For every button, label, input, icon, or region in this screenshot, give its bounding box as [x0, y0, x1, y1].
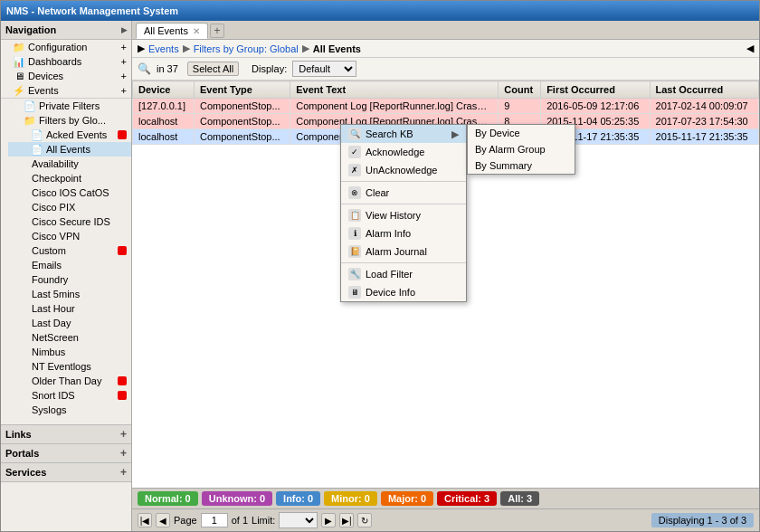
submenu-by-summary[interactable]: By Summary	[468, 157, 575, 174]
context-menu-view-history[interactable]: 📋 View History	[341, 206, 466, 224]
context-menu-alarm-info[interactable]: ℹ Alarm Info	[341, 224, 466, 242]
display-select[interactable]: Default Compact Detailed	[292, 61, 356, 77]
syslogs-label: Syslogs	[32, 404, 67, 415]
breadcrumb-collapse-icon[interactable]: ◀	[746, 43, 754, 54]
by-alarm-group-label: By Alarm Group	[475, 144, 546, 155]
older-than-day-badge	[118, 376, 127, 385]
first-page-button[interactable]: |◀	[138, 513, 152, 527]
sidebar-services-header[interactable]: Services +	[1, 463, 131, 482]
refresh-button[interactable]: ↻	[357, 513, 372, 527]
context-menu-acknowledge[interactable]: ✓ Acknowledge	[341, 143, 466, 161]
pill-unknown: Unknown: 0	[202, 491, 272, 506]
submenu-by-alarm-group[interactable]: By Alarm Group	[468, 141, 575, 157]
sidebar-bottom-area: Links + Portals + Services +	[1, 424, 131, 482]
col-first-occurred: First Occurred	[541, 81, 650, 99]
sidebar-item-private-filters[interactable]: 📄 Private Filters	[8, 99, 131, 113]
sidebar-item-netscreen[interactable]: NetScreen	[8, 330, 131, 345]
last-page-button[interactable]: ▶|	[339, 513, 354, 527]
submenu-by-device[interactable]: By Device	[468, 125, 575, 141]
links-add-icon[interactable]: +	[120, 428, 127, 441]
context-menu-search-kb[interactable]: 🔍 Search KB ▶	[341, 125, 466, 143]
sidebar-item-cisco-ios[interactable]: Cisco IOS CatOS	[8, 185, 131, 200]
dashboards-add-icon[interactable]: +	[121, 56, 127, 67]
all-events-label: All Events	[46, 144, 90, 155]
sidebar-item-availability[interactable]: Availability	[8, 157, 131, 171]
context-menu-device-info[interactable]: 🖥 Device Info	[341, 283, 466, 301]
tab-bar: All Events ✕ +	[132, 21, 759, 40]
limit-select[interactable]: 25 50 100	[279, 512, 318, 528]
pill-normal: Normal: 0	[138, 491, 198, 506]
sidebar-item-cisco-secure-ids[interactable]: Cisco Secure IDS	[8, 214, 131, 229]
breadcrumb-events[interactable]: Events	[148, 43, 179, 54]
filters-by-group-icon: 📁	[24, 115, 35, 126]
sidebar-item-filters-by-group[interactable]: 📁 Filters by Glo...	[8, 113, 131, 128]
breadcrumb-bar: ▶ Events ▶ Filters by Group: Global ▶ Al…	[132, 40, 759, 58]
table-row[interactable]: [127.0.0.1] ComponentStop... Component L…	[133, 99, 759, 114]
sidebar-item-configuration[interactable]: 📁 Configuration +	[1, 40, 131, 54]
sidebar-item-cisco-vpn[interactable]: Cisco VPN	[8, 229, 131, 243]
cell-count: 9	[499, 99, 541, 114]
sidebar-item-custom[interactable]: Custom	[8, 243, 131, 258]
sidebar-item-checkpoint[interactable]: Checkpoint	[8, 171, 131, 185]
devices-add-icon[interactable]: +	[121, 71, 127, 81]
context-menu-clear[interactable]: ⊗ Clear	[341, 184, 466, 202]
cell-last-occurred: 2017-02-14 00:09:07	[650, 99, 758, 114]
event-count: in 37	[157, 63, 178, 74]
context-menu: 🔍 Search KB ▶ ✓ Acknowledge ✗ UnAcknowle…	[340, 124, 467, 302]
breadcrumb-filters-by-group[interactable]: Filters by Group: Global	[194, 43, 299, 54]
events-add-icon[interactable]: +	[121, 85, 127, 96]
page-controls: |◀ ◀ Page of 1 Limit: 25 50 100 ▶ ▶| ↻	[138, 512, 372, 528]
sidebar-item-cisco-pix[interactable]: Cisco PIX	[8, 200, 131, 214]
sidebar-links-header[interactable]: Links +	[1, 425, 131, 444]
sidebar-item-emails[interactable]: Emails	[8, 258, 131, 272]
acked-events-badge	[118, 130, 127, 139]
sidebar-item-all-events[interactable]: 📄 All Events	[8, 142, 131, 157]
sidebar-item-nimbus[interactable]: Nimbus	[8, 345, 131, 359]
sidebar-item-older-than-day[interactable]: Older Than Day	[8, 374, 131, 388]
unacknowledge-label: UnAcknowledge	[366, 165, 438, 176]
sidebar-item-dashboards[interactable]: 📊 Dashboards +	[1, 54, 131, 69]
sidebar-portals-header[interactable]: Portals +	[1, 444, 131, 463]
sidebar-item-last-5mins[interactable]: Last 5mins	[8, 287, 131, 301]
configuration-add-icon[interactable]: +	[121, 42, 127, 52]
page-label: Page	[174, 515, 197, 526]
services-add-icon[interactable]: +	[120, 466, 127, 479]
sidebar-item-foundry[interactable]: Foundry	[8, 272, 131, 287]
navigation-expand-icon[interactable]: ▸	[121, 24, 127, 36]
dashboards-icon: 📊	[14, 56, 24, 67]
select-all-button[interactable]: Select All	[187, 62, 239, 76]
page-input[interactable]	[201, 513, 228, 527]
view-history-icon: 📋	[348, 209, 361, 222]
all-events-tab[interactable]: All Events ✕	[136, 23, 208, 39]
tab-close-icon[interactable]: ✕	[193, 26, 200, 36]
toolbar: 🔍 in 37 Select All Display: Default Comp…	[132, 58, 759, 81]
sidebar-item-acked-events[interactable]: 📄 Acked Events	[8, 128, 131, 142]
events-table-container: Device Event Type Event Text Count First…	[132, 81, 759, 488]
sidebar-item-nt-eventlogs[interactable]: NT Eventlogs	[8, 359, 131, 374]
sidebar-item-events[interactable]: ⚡ Events +	[1, 83, 131, 98]
context-menu-unacknowledge[interactable]: ✗ UnAcknowledge	[341, 161, 466, 179]
sidebar-item-syslogs[interactable]: Syslogs	[8, 403, 131, 417]
sidebar-item-last-hour[interactable]: Last Hour	[8, 301, 131, 316]
sidebar-item-snort-ids[interactable]: Snort IDS	[8, 388, 131, 403]
tab-add-button[interactable]: +	[210, 24, 224, 38]
cisco-pix-label: Cisco PIX	[32, 202, 75, 213]
filters-by-group-label: Filters by Glo...	[39, 115, 106, 126]
pill-major: Major: 0	[381, 491, 433, 506]
sidebar-item-last-day[interactable]: Last Day	[8, 316, 131, 330]
portals-add-icon[interactable]: +	[120, 447, 127, 460]
pill-all: All: 3	[500, 491, 539, 506]
right-panel: All Events ✕ + ▶ Events ▶ Filters by Gro…	[132, 21, 759, 531]
context-menu-load-filter[interactable]: 🔧 Load Filter	[341, 265, 466, 283]
prev-page-button[interactable]: ◀	[156, 513, 170, 527]
next-page-button[interactable]: ▶	[321, 513, 336, 527]
context-menu-alarm-journal[interactable]: 📔 Alarm Journal	[341, 242, 466, 261]
view-history-label: View History	[366, 210, 421, 221]
device-info-icon: 🖥	[348, 286, 361, 299]
cell-event-type: ComponentStop...	[194, 129, 290, 145]
col-event-type: Event Type	[194, 81, 290, 99]
app-window: NMS - Network Management System Navigati…	[0, 0, 760, 532]
sidebar-item-devices[interactable]: 🖥 Devices +	[1, 69, 131, 83]
netscreen-label: NetScreen	[32, 332, 79, 343]
sidebar-navigation-header[interactable]: Navigation ▸	[1, 21, 131, 40]
